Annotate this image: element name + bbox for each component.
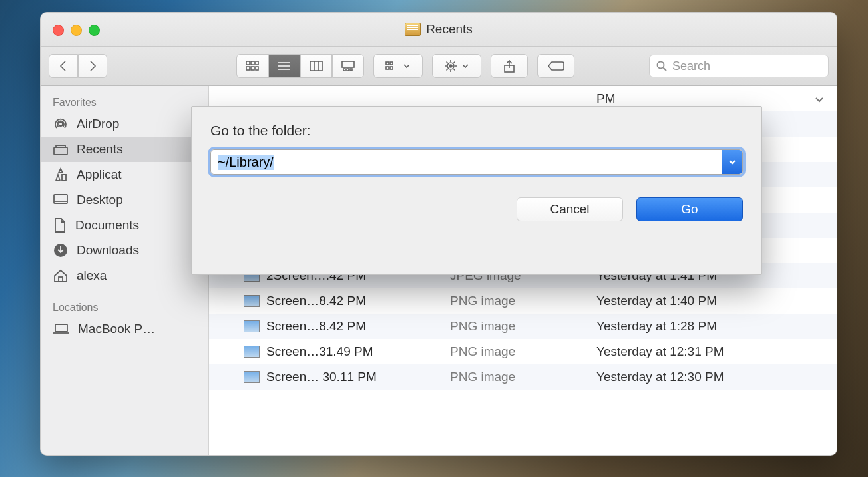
- applications-icon: [53, 167, 69, 183]
- file-kind-cell: PNG image: [450, 294, 596, 308]
- svg-rect-0: [246, 61, 250, 65]
- svg-rect-9: [310, 61, 322, 71]
- tags-button[interactable]: [537, 54, 574, 78]
- sidebar-item-desktop[interactable]: Desktop: [41, 187, 208, 213]
- finder-window: Recents Search Fa: [40, 12, 837, 456]
- file-thumb-icon: [244, 295, 260, 307]
- cancel-button[interactable]: Cancel: [517, 197, 623, 221]
- file-date-cell: PM: [596, 91, 837, 106]
- view-icon-button[interactable]: [236, 54, 268, 78]
- svg-rect-18: [386, 67, 389, 69]
- sidebar-item-documents[interactable]: Documents: [41, 213, 208, 238]
- sidebar: Favorites AirDrop Recents Applicat Deskt…: [41, 86, 209, 456]
- toolbar: Search: [41, 47, 837, 86]
- svg-rect-4: [251, 67, 254, 70]
- svg-rect-12: [342, 61, 354, 67]
- go-button[interactable]: Go: [636, 197, 743, 221]
- recents-icon: [405, 23, 421, 36]
- file-kind-cell: PNG image: [450, 319, 596, 334]
- file-thumb-icon: [244, 320, 260, 332]
- back-button[interactable]: [49, 54, 78, 78]
- table-row[interactable]: Screen…8.42 PMPNG imageYesterday at 1:28…: [209, 314, 837, 339]
- file-date-cell: Yesterday at 1:28 PM: [596, 319, 837, 334]
- file-thumb-icon: [244, 371, 260, 383]
- window-title: Recents: [41, 22, 837, 37]
- folder-path-input[interactable]: [211, 150, 722, 174]
- table-row[interactable]: Screen… 30.11 PMPNG imageYesterday at 12…: [209, 364, 837, 390]
- svg-rect-14: [347, 69, 349, 71]
- svg-rect-35: [54, 147, 67, 155]
- chevron-down-icon: [728, 158, 737, 166]
- folder-path-combo: [210, 149, 743, 175]
- svg-rect-41: [55, 324, 67, 332]
- table-row[interactable]: Screen…8.42 PMPNG imageYesterday at 1:40…: [209, 288, 837, 314]
- svg-rect-15: [350, 69, 352, 71]
- svg-point-32: [658, 62, 664, 69]
- view-column-button[interactable]: [300, 54, 332, 78]
- downloads-icon: [53, 242, 69, 258]
- group-by-button[interactable]: [373, 54, 423, 78]
- svg-rect-2: [256, 61, 258, 65]
- home-icon: [53, 268, 69, 283]
- view-list-button[interactable]: [268, 54, 300, 78]
- file-date-cell: Yesterday at 1:40 PM: [596, 294, 837, 308]
- file-date-cell: Yesterday at 12:30 PM: [596, 370, 837, 384]
- file-kind-cell: PNG image: [450, 370, 596, 384]
- desktop-icon: [53, 193, 69, 207]
- file-date-cell: Yesterday at 12:31 PM: [596, 344, 837, 359]
- zoom-window-button[interactable]: [89, 25, 100, 36]
- svg-rect-17: [390, 62, 393, 65]
- sidebar-item-macbook[interactable]: MacBook P…: [41, 316, 208, 342]
- sidebar-item-airdrop[interactable]: AirDrop: [41, 111, 208, 137]
- laptop-icon: [53, 323, 70, 335]
- file-name-cell: Screen…8.42 PM: [209, 319, 450, 334]
- file-name-cell: Screen…8.42 PM: [209, 294, 450, 308]
- svg-line-26: [447, 62, 448, 63]
- search-placeholder: Search: [672, 59, 710, 73]
- sidebar-item-downloads[interactable]: Downloads: [41, 238, 208, 263]
- forward-button[interactable]: [78, 54, 107, 78]
- titlebar[interactable]: Recents: [41, 13, 837, 47]
- dialog-label: Go to the folder:: [210, 123, 743, 139]
- sidebar-item-recents[interactable]: Recents: [41, 137, 208, 162]
- sidebar-section-locations: Locations: [41, 298, 208, 316]
- action-button[interactable]: [432, 54, 481, 78]
- search-field[interactable]: Search: [649, 55, 829, 77]
- svg-line-28: [447, 69, 448, 70]
- svg-rect-40: [59, 277, 63, 282]
- svg-point-34: [59, 122, 63, 126]
- close-window-button[interactable]: [53, 25, 64, 36]
- sidebar-item-applications[interactable]: Applicat: [41, 162, 208, 187]
- window-title-text: Recents: [426, 22, 473, 37]
- sidebar-item-home[interactable]: alexa: [41, 263, 208, 288]
- documents-icon: [53, 217, 67, 233]
- file-name-cell: Screen…31.49 PM: [209, 344, 450, 359]
- file-thumb-icon: [244, 346, 260, 358]
- file-name-cell: Screen… 30.11 PM: [209, 370, 450, 384]
- svg-rect-1: [251, 61, 254, 65]
- svg-rect-16: [386, 62, 389, 65]
- svg-line-33: [664, 68, 667, 71]
- minimize-window-button[interactable]: [71, 25, 82, 36]
- view-gallery-button[interactable]: [332, 54, 364, 78]
- svg-line-29: [453, 62, 455, 63]
- recents-sidebar-icon: [53, 143, 69, 156]
- share-button[interactable]: [491, 54, 528, 78]
- file-kind-cell: PNG image: [450, 344, 596, 359]
- svg-rect-19: [390, 67, 393, 69]
- search-icon: [656, 61, 667, 71]
- table-row[interactable]: Screen…31.49 PMPNG imageYesterday at 12:…: [209, 339, 837, 364]
- sidebar-section-favorites: Favorites: [41, 93, 208, 111]
- go-to-folder-dialog: Go to the folder: Cancel Go: [191, 106, 762, 275]
- svg-point-21: [449, 65, 452, 67]
- traffic-lights: [53, 25, 100, 36]
- svg-rect-3: [246, 67, 250, 70]
- folder-path-dropdown-button[interactable]: [722, 150, 742, 174]
- airdrop-icon: [53, 116, 69, 132]
- svg-rect-5: [256, 67, 258, 70]
- svg-line-27: [453, 69, 455, 70]
- svg-rect-13: [343, 69, 345, 71]
- svg-rect-36: [54, 195, 67, 203]
